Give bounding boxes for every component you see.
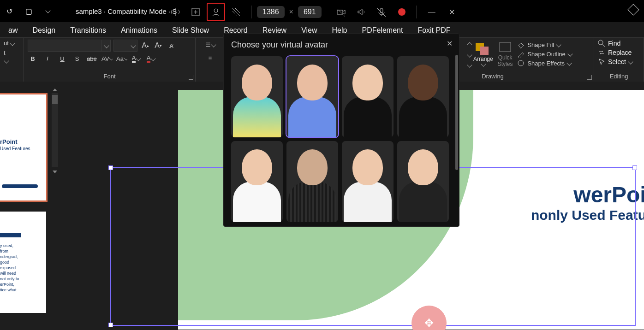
font-size-dd-icon[interactable] — [128, 40, 137, 51]
shadow-button[interactable]: S — [72, 53, 82, 64]
avatar-modal-close-icon[interactable]: ✕ — [447, 39, 453, 48]
italic-button[interactable]: I — [42, 53, 53, 64]
thumb1-bar — [2, 184, 38, 188]
clear-format-icon[interactable]: A̷ — [166, 41, 176, 51]
avatar-7-woman-updo-white[interactable] — [342, 141, 394, 222]
mic-mute-icon[interactable] — [372, 3, 391, 21]
group-font: A▴ A▾ A̷ B I U S abe AV Aa A A Font — [24, 38, 196, 82]
move-icon: ✥ — [424, 317, 434, 330]
find-button[interactable]: Find — [598, 40, 640, 47]
sel-handle-nw[interactable] — [108, 165, 113, 170]
sel-handle-ne[interactable] — [632, 165, 637, 170]
select-button[interactable]: Select — [598, 58, 640, 65]
cursor-icon — [598, 58, 605, 65]
pen-icon — [517, 50, 525, 58]
slide-thumb-2[interactable]: y used, from ndergrad, good exposed will… — [0, 212, 46, 313]
slide-thumbnail-pane[interactable]: rPoint Used Features y used, from ndergr… — [0, 82, 58, 330]
svg-rect-4 — [500, 42, 511, 52]
avatar-modal: Choose your virtual avatar ✕ — [223, 33, 459, 227]
camera-off-icon[interactable] — [332, 3, 350, 21]
paste-dd[interactable] — [4, 59, 8, 63]
avatar-6-man-beard-striped[interactable] — [286, 141, 338, 222]
font-color-button[interactable]: A — [146, 53, 156, 64]
quick-styles-button[interactable]: Quick Styles — [498, 41, 513, 67]
drawing-group-label: Drawing — [474, 73, 511, 81]
shape-outline-button[interactable]: Shape Outline — [517, 50, 572, 58]
shape-effects-button[interactable]: Shape Effects — [517, 59, 572, 67]
drawing-launcher-icon[interactable] — [587, 75, 592, 80]
align-left-button[interactable]: ≡ — [205, 53, 215, 63]
avatar-8-man-glasses-vest[interactable] — [397, 141, 449, 222]
thumb2-body: y used, from ndergrad, good exposed will… — [0, 243, 19, 293]
qat-more-icon[interactable] — [42, 6, 54, 17]
thumbnail-scrollbar[interactable] — [52, 93, 58, 167]
record-icon[interactable] — [393, 3, 411, 21]
underline-button[interactable]: U — [57, 53, 67, 64]
separator — [251, 6, 251, 18]
editing-group-label: Editing — [598, 73, 640, 81]
font-face-dd-icon[interactable] — [101, 40, 110, 51]
premium-diamond-icon[interactable] — [624, 6, 638, 16]
blur-bg-icon[interactable] — [227, 3, 245, 21]
dim-x: × — [286, 8, 296, 16]
change-case-button[interactable]: Aa — [116, 53, 126, 64]
svg-point-6 — [598, 40, 603, 45]
char-spacing-button[interactable]: AV — [101, 53, 112, 64]
cut-label[interactable]: ut — [4, 40, 9, 47]
canvas-height[interactable]: 691 — [298, 6, 322, 18]
highlight-color-button[interactable]: A — [131, 53, 141, 64]
avatar-5-woman-black-long[interactable] — [231, 141, 283, 222]
speaker-icon[interactable] — [352, 3, 370, 21]
shape-gallery-up-icon[interactable] — [464, 40, 474, 50]
mirror-icon[interactable] — [166, 3, 185, 21]
tab-transitions[interactable]: Transitions — [63, 24, 113, 36]
sel-handle-sw[interactable] — [108, 323, 113, 327]
shrink-font-icon[interactable]: A▾ — [153, 41, 163, 51]
avatar-2-man-brown-hair[interactable] — [286, 56, 338, 137]
grow-font-icon[interactable]: A▴ — [140, 41, 150, 51]
separator — [417, 6, 417, 18]
copy-label[interactable]: t — [4, 49, 6, 56]
scroll-down-icon[interactable] — [53, 171, 57, 173]
fit-icon[interactable] — [186, 3, 205, 21]
present-icon[interactable]: ▢ — [23, 6, 34, 17]
avatar-1-woman-brown-bob[interactable] — [231, 56, 283, 137]
font-size-input[interactable] — [113, 40, 137, 52]
shape-fill-button[interactable]: Shape Fill — [517, 41, 572, 48]
svg-point-1 — [214, 9, 218, 12]
avatar-modal-scrollbar[interactable] — [455, 55, 458, 170]
replace-button[interactable]: Replace — [598, 49, 640, 56]
undo-icon[interactable]: ↺ — [4, 6, 15, 17]
group-paragraph: ☰ ≡ — [196, 38, 225, 82]
scroll-thumb[interactable] — [52, 95, 58, 104]
strike-button[interactable]: abe — [87, 53, 97, 64]
shape-gallery-down-icon[interactable] — [464, 50, 474, 60]
svg-point-5 — [518, 60, 524, 66]
quick-label2: Styles — [498, 61, 513, 67]
avatar-icon[interactable] — [207, 3, 225, 21]
scroll-up-icon[interactable] — [53, 88, 57, 91]
tab-animations[interactable]: Animations — [113, 24, 165, 36]
avatar-modal-title: Choose your virtual avatar — [231, 40, 452, 50]
thumb2-bar — [0, 233, 21, 237]
font-face-input[interactable] — [28, 40, 111, 52]
avatar-3-woman-blonde-glasses[interactable] — [342, 56, 394, 137]
avatar-4-man-dark-suit[interactable] — [397, 56, 449, 137]
arrange-button[interactable]: Arrange — [473, 42, 493, 66]
thumb1-title: rPoint — [0, 138, 18, 145]
bucket-icon — [517, 41, 525, 48]
minimize-icon[interactable]: — — [423, 3, 441, 21]
shape-gallery-more-icon[interactable] — [464, 60, 474, 70]
effects-icon — [517, 59, 525, 67]
tab-design[interactable]: Design — [25, 24, 63, 36]
tab-draw[interactable]: aw — [1, 24, 25, 36]
font-launcher-icon[interactable] — [189, 75, 193, 80]
close-recorder-icon[interactable]: ✕ — [443, 3, 461, 21]
tab-slideshow[interactable]: Slide Show — [165, 24, 216, 36]
bullets-button[interactable]: ☰ — [205, 40, 215, 50]
quick-label1: Quick — [498, 54, 513, 61]
search-icon — [598, 40, 605, 47]
slide-thumb-1[interactable]: rPoint Used Features — [0, 94, 46, 200]
bold-button[interactable]: B — [28, 53, 38, 64]
canvas-width[interactable]: 1386 — [257, 6, 285, 18]
